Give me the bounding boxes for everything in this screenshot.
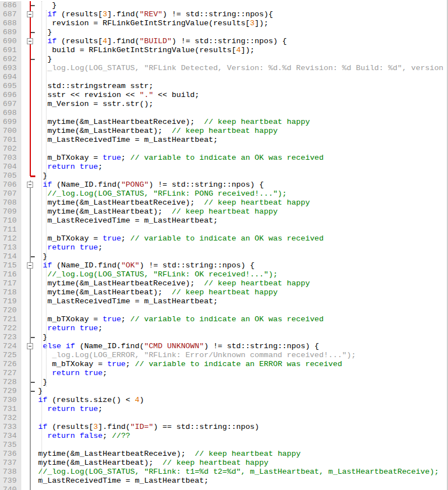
code-text[interactable]: return true;: [38, 324, 447, 333]
code-text[interactable]: //_log.Log(LOG_STATUS, "RFLink: OK recei…: [38, 270, 447, 279]
outline-margin: [21, 181, 38, 189]
code-text[interactable]: if (Name_ID.find("OK") != std::string::n…: [38, 261, 447, 270]
code-text[interactable]: [38, 109, 447, 118]
code-text[interactable]: if (Name_ID.find("PONG") != std::string:…: [38, 181, 447, 189]
code-text[interactable]: }: [38, 28, 447, 37]
code-text[interactable]: build = RFLinkGetIntStringValue(results[…: [38, 46, 447, 55]
outline-margin: [21, 297, 38, 306]
code-text[interactable]: std::stringstream sstr;: [38, 82, 447, 91]
line-number: 726: [0, 360, 21, 369]
code-text[interactable]: return true;: [38, 163, 447, 172]
code-text[interactable]: }: [38, 333, 447, 342]
line-number: 710: [0, 216, 21, 225]
outline-margin: [21, 1, 38, 10]
line-number: 697: [0, 100, 21, 109]
code-line: 691 build = RFLinkGetIntStringValue(resu…: [0, 46, 447, 55]
code-text[interactable]: [38, 414, 447, 423]
fold-collapse-icon[interactable]: [27, 343, 33, 349]
outline-margin: [21, 468, 38, 477]
code-text[interactable]: mytime(&m_LastHeartbeatReceive); // keep…: [38, 450, 447, 459]
fold-collapse-icon[interactable]: [27, 262, 33, 269]
outline-margin: [21, 145, 38, 154]
outline-margin: [21, 333, 38, 342]
code-text[interactable]: }: [38, 55, 447, 64]
code-text[interactable]: _log.Log(LOG_STATUS, "RFLink Detected, V…: [38, 64, 447, 73]
code-text[interactable]: return true;: [38, 405, 447, 414]
code-text[interactable]: else if (Name_ID.find("CMD UNKNOWN") != …: [38, 342, 447, 351]
outline-margin: [21, 127, 38, 136]
code-text[interactable]: m_bTXokay = true; // variable to indicat…: [38, 315, 447, 324]
line-number: 693: [0, 64, 21, 73]
code-text[interactable]: sstr << revision << "." << build;: [38, 91, 447, 100]
code-text[interactable]: _log.Log(LOG_ERROR, "RFLink: Error/Unkno…: [38, 351, 447, 360]
line-number: 689: [0, 28, 21, 37]
code-text[interactable]: m_LastReceivedTime = m_LastHeartbeat;: [38, 297, 447, 306]
line-number: 727: [0, 369, 21, 378]
code-text[interactable]: [38, 145, 447, 154]
code-text[interactable]: m_bTXokay = true; // variable to indicat…: [38, 234, 447, 243]
code-line: 695 std::stringstream sstr;: [0, 82, 447, 91]
indent-guide: [46, 10, 47, 387]
fold-collapse-icon[interactable]: [27, 182, 33, 188]
code-text[interactable]: mytime(&m_LastHeartbeat); // keep heartb…: [38, 207, 447, 216]
outline-margin: [21, 423, 38, 432]
code-text[interactable]: mytime(&m_LastHeartbeat); // keep heartb…: [38, 459, 447, 468]
code-text[interactable]: mytime(&m_LastHeartbeat); // keep heartb…: [38, 288, 447, 297]
code-text[interactable]: revision = RFLinkGetIntStringValue(resul…: [38, 19, 447, 28]
code-text[interactable]: }: [38, 387, 447, 396]
code-text[interactable]: m_bTXokay = true; // variable to indicat…: [38, 154, 447, 163]
line-number: 717: [0, 279, 21, 288]
code-text[interactable]: m_Version = sstr.str();: [38, 100, 447, 109]
outline-scope-line: [30, 396, 31, 405]
code-line: 702: [0, 145, 447, 154]
fold-collapse-icon[interactable]: [27, 38, 33, 44]
code-text[interactable]: return true;: [38, 243, 447, 252]
code-text[interactable]: if (results.size() < 4): [38, 396, 447, 405]
change-bar: [30, 118, 31, 127]
code-text[interactable]: //_log.Log(LOG_STATUS, "RFLink: PONG rec…: [38, 189, 447, 198]
code-text[interactable]: }: [38, 252, 447, 261]
fold-collapse-icon[interactable]: [27, 11, 33, 17]
code-line: 717 mytime(&m_LastHeartbeatReceive); // …: [0, 279, 447, 288]
code-text[interactable]: mytime(&m_LastHeartbeat); // keep heartb…: [38, 127, 447, 136]
outline-margin: [21, 46, 38, 55]
line-number: 740: [0, 486, 21, 490]
code-text[interactable]: }: [38, 172, 447, 181]
code-line: 716 //_log.Log(LOG_STATUS, "RFLink: OK r…: [0, 270, 447, 279]
code-text[interactable]: }: [38, 378, 447, 387]
fold-end-tick: [31, 391, 35, 392]
outline-margin: [21, 396, 38, 405]
code-text[interactable]: m_LastReceivedTime = m_LastHeartbeat;: [38, 136, 447, 145]
code-text[interactable]: }: [38, 1, 447, 10]
code-text[interactable]: m_LastReceivedTime = m_LastHeartbeat;: [38, 216, 447, 225]
line-number: 705: [0, 172, 21, 181]
code-text[interactable]: m_bTXokay = true; // variable to indicat…: [38, 360, 447, 369]
outline-margin: [21, 207, 38, 216]
outline-margin: [21, 414, 38, 423]
code-text[interactable]: [38, 225, 447, 234]
fold-end-tick: [31, 32, 35, 33]
outline-margin: [21, 279, 38, 288]
code-text[interactable]: [38, 306, 447, 315]
code-text[interactable]: return true;: [38, 369, 447, 378]
code-line: 698: [0, 109, 447, 118]
code-line: 737mytime(&m_LastHeartbeat); // keep hea…: [0, 459, 447, 468]
code-line: 740: [0, 486, 447, 490]
code-text[interactable]: m_LastReceivedTime = m_LastHeartbeat;: [38, 477, 447, 486]
code-text[interactable]: if (results[3].find("ID=") == std::strin…: [38, 423, 447, 432]
outline-margin: [21, 136, 38, 145]
line-number: 702: [0, 145, 21, 154]
code-text[interactable]: mytime(&m_LastHeartbeatReceive); // keep…: [38, 118, 447, 127]
code-text[interactable]: if (results[4].find("BUILD") != std::str…: [38, 37, 447, 46]
change-bar: [30, 91, 31, 100]
code-text[interactable]: mytime(&m_LastHeartbeatReceive); // keep…: [38, 279, 447, 288]
code-text[interactable]: //_log.Log(LOG_STATUS, "RFLink: t1=%d t2…: [38, 468, 447, 477]
code-text[interactable]: [38, 73, 447, 82]
code-text[interactable]: [38, 486, 447, 490]
code-text[interactable]: return false; //??: [38, 432, 447, 441]
outline-margin: [21, 172, 38, 181]
code-text[interactable]: [38, 441, 447, 450]
code-text[interactable]: if (results[3].find("REV") != std::strin…: [38, 10, 447, 19]
outline-scope-line: [30, 189, 31, 198]
code-text[interactable]: mytime(&m_LastHeartbeatReceive); // keep…: [38, 198, 447, 207]
